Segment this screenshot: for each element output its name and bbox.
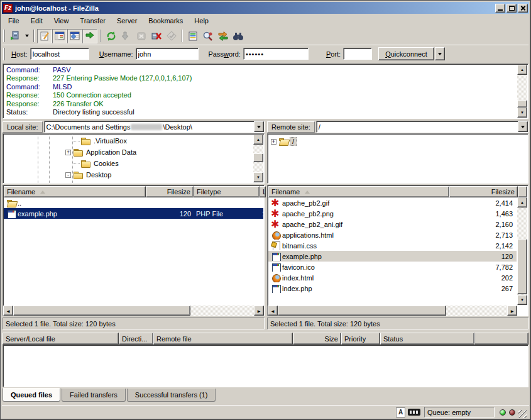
file-row[interactable]: index.php 267 — [268, 283, 517, 294]
local-list-hscrollbar[interactable] — [3, 306, 264, 316]
file-row[interactable]: apache_pb2.gif 2,414 — [268, 197, 517, 208]
file-row[interactable]: apache_pb2_ani.gif 2,160 — [268, 219, 517, 229]
local-site-combo[interactable]: C:\Documents and Settings\Desktop\ — [44, 121, 265, 133]
scroll-right-button[interactable] — [254, 306, 264, 316]
column-filetype[interactable]: Filetype — [194, 186, 260, 197]
local-directory-tree[interactable]: .VirtualBox + Application Data Cookies -… — [3, 133, 265, 184]
site-manager-button[interactable] — [8, 29, 23, 43]
scroll-thumb[interactable] — [253, 153, 263, 162]
toggle-local-treeview-button[interactable] — [52, 29, 67, 43]
port-input[interactable] — [343, 48, 372, 60]
file-row-parent-dir[interactable]: .. — [4, 197, 263, 208]
scroll-thumb[interactable] — [13, 306, 190, 316]
scroll-up-button[interactable] — [253, 135, 263, 145]
maximize-button[interactable] — [506, 4, 517, 13]
scroll-left-button[interactable] — [3, 306, 13, 316]
cancel-operation-button[interactable] — [134, 29, 149, 43]
collapse-icon[interactable]: - — [65, 172, 71, 178]
log-scrollbar[interactable] — [517, 65, 527, 118]
toolbar-gripper[interactable] — [3, 30, 5, 42]
filename-filters-button[interactable] — [200, 29, 216, 43]
disconnect-button[interactable] — [149, 29, 164, 43]
menu-file[interactable]: File — [3, 16, 25, 26]
process-queue-button[interactable] — [119, 29, 134, 43]
menu-server[interactable]: Server — [111, 16, 143, 26]
refresh-button[interactable] — [104, 29, 119, 43]
expand-icon[interactable]: + — [271, 139, 276, 145]
column-filesize[interactable]: Filesize — [449, 186, 518, 197]
remote-site-combo[interactable]: / — [316, 121, 528, 133]
column-status[interactable]: Status — [380, 333, 474, 345]
column-remote-file[interactable]: Remote file — [153, 333, 293, 345]
file-row[interactable]: index.html 202 — [268, 272, 517, 283]
folder-icon — [80, 136, 91, 145]
file-row[interactable]: favicon.ico 7,782 — [268, 262, 517, 272]
local-site-dropdown[interactable] — [254, 121, 264, 132]
scroll-left-button[interactable] — [268, 306, 278, 316]
menu-view[interactable]: View — [48, 16, 75, 26]
quickconnect-gripper[interactable] — [3, 48, 5, 60]
tab-failed-transfers[interactable]: Failed transfers — [62, 389, 126, 402]
tab-queued-files[interactable]: Queued files — [3, 388, 60, 402]
scroll-down-button[interactable] — [517, 295, 527, 305]
resize-grip[interactable] — [518, 410, 527, 418]
column-filesize[interactable]: Filesize — [146, 186, 194, 197]
remote-site-dropdown[interactable] — [518, 121, 528, 132]
search-button[interactable] — [231, 29, 246, 43]
scroll-down-button[interactable] — [253, 172, 263, 182]
menu-transfer[interactable]: Transfer — [74, 16, 111, 26]
speed-limits-icon[interactable] — [408, 409, 420, 416]
file-row[interactable]: applications.html 2,713 — [268, 229, 517, 240]
remote-status-text: Selected 1 file. Total size: 120 bytes — [267, 318, 528, 329]
host-input[interactable] — [30, 48, 89, 60]
column-last-modified[interactable]: Last modified — [260, 186, 266, 197]
password-input[interactable] — [243, 48, 309, 60]
menu-edit[interactable]: Edit — [25, 16, 48, 26]
username-input[interactable] — [136, 48, 199, 60]
tab-successful-transfers[interactable]: Successful transfers (1) — [127, 389, 216, 402]
expand-icon[interactable]: + — [65, 150, 71, 155]
file-row-example-php[interactable]: example.php 120 PHP File 1 — [4, 208, 263, 219]
toggle-remote-treeview-button[interactable] — [67, 29, 82, 43]
scroll-thumb[interactable] — [278, 306, 446, 316]
site-manager-dropdown[interactable] — [23, 29, 31, 43]
tree-item-desktop[interactable]: - Desktop — [65, 169, 113, 180]
column-priority[interactable]: Priority — [341, 333, 380, 345]
tree-item-cookies[interactable]: Cookies — [72, 158, 121, 169]
synchronized-browsing-button[interactable] — [216, 29, 231, 43]
tree-item-virtualbox[interactable]: .VirtualBox — [72, 135, 129, 146]
menu-bookmarks[interactable]: Bookmarks — [143, 16, 189, 26]
menu-help[interactable]: Help — [189, 16, 214, 26]
scroll-right-button[interactable] — [507, 306, 517, 316]
column-server-local-file[interactable]: Server/Local file — [3, 333, 119, 345]
remote-list-hscrollbar[interactable] — [268, 306, 517, 316]
toggle-message-log-button[interactable] — [37, 29, 52, 43]
scroll-down-button[interactable] — [517, 108, 527, 118]
tree-item-application-data[interactable]: + Application Data — [65, 146, 138, 158]
file-row[interactable]: bitnami.css 2,142 — [268, 240, 517, 251]
remote-list-vscrollbar[interactable] — [517, 197, 527, 305]
close-button[interactable] — [518, 4, 528, 13]
scroll-up-button[interactable] — [517, 197, 527, 207]
directory-comparison-button[interactable] — [185, 29, 200, 43]
reconnect-button[interactable] — [164, 29, 179, 43]
column-filename[interactable]: Filename — [4, 186, 146, 197]
data-type-ascii-icon[interactable] — [396, 407, 405, 417]
scroll-thumb[interactable] — [517, 239, 527, 294]
column-direction[interactable]: Directi... — [119, 333, 153, 345]
scroll-thumb[interactable] — [517, 100, 527, 108]
queue-body[interactable] — [3, 345, 528, 387]
column-filename[interactable]: Filename — [268, 186, 449, 197]
quickconnect-button[interactable]: Quickconnect — [378, 47, 434, 60]
tree-item-root[interactable]: + / — [271, 136, 297, 147]
file-row[interactable]: apache_pb2.png 1,463 — [268, 208, 517, 219]
toggle-transfer-queue-button[interactable] — [82, 29, 97, 43]
column-size[interactable]: Size — [293, 333, 341, 345]
local-tree-scrollbar[interactable] — [253, 135, 263, 182]
remote-directory-tree[interactable]: + / — [267, 133, 528, 184]
scroll-up-button[interactable] — [517, 65, 527, 75]
file-row-example-php[interactable]: example.php 120 — [268, 251, 517, 262]
title-bar[interactable]: Fz john@localhost - FileZilla — [2, 2, 529, 14]
quickconnect-dropdown[interactable] — [435, 47, 445, 60]
minimize-button[interactable] — [495, 4, 505, 13]
